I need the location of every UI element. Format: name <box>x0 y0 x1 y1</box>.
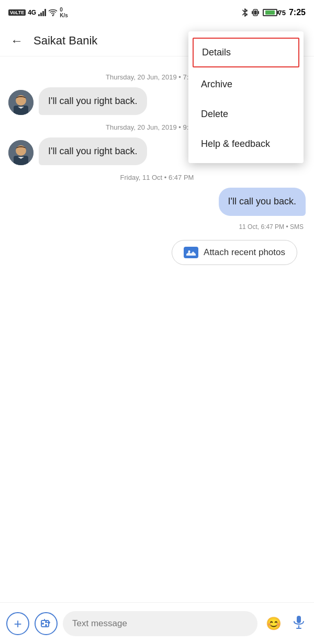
svg-point-0 <box>52 15 53 16</box>
avatar-image-1 <box>8 90 33 115</box>
attach-photos-icon <box>184 247 198 258</box>
menu-item-archive[interactable]: Archive <box>188 70 304 99</box>
avatar-image-2 <box>8 140 33 165</box>
attach-photos-label: Attach recent photos <box>204 247 285 258</box>
bubble-2: I'll call you right back. <box>39 137 147 165</box>
svg-point-14 <box>42 623 44 625</box>
mic-icon <box>293 615 305 629</box>
message-meta-3: 11 Oct, 6:47 PM • SMS <box>239 223 304 231</box>
status-bar: VoLTE 4G 0K/s <box>0 0 314 25</box>
back-button[interactable]: ← <box>8 31 25 50</box>
svg-rect-4 <box>258 11 259 14</box>
message-row-3: I'll call you back. 11 Oct, 6:47 PM • SM… <box>8 188 306 230</box>
svg-point-15 <box>45 621 47 623</box>
dropdown-menu: Details Archive Delete Help & feedback <box>188 31 304 163</box>
volte-badge: VoLTE <box>8 9 26 16</box>
svg-rect-3 <box>252 11 253 14</box>
emoji-button[interactable]: 😊 <box>263 613 285 634</box>
bluetooth-icon <box>242 8 248 17</box>
svg-rect-2 <box>254 10 256 15</box>
attach-button[interactable] <box>35 612 58 635</box>
text-input-wrap <box>63 611 257 636</box>
add-button[interactable]: + <box>6 612 29 635</box>
attach-photos-button[interactable]: Attach recent photos <box>172 240 297 265</box>
battery-percent: 75 <box>278 9 286 17</box>
time: 7:25 <box>289 8 306 17</box>
4g-indicator: 4G <box>28 9 36 16</box>
wifi-icon <box>48 9 58 16</box>
attach-photos-row: Attach recent photos <box>0 235 314 265</box>
menu-item-details[interactable]: Details <box>193 38 299 67</box>
date-separator-3: Friday, 11 Oct • 6:47 PM <box>0 174 314 181</box>
mic-button[interactable] <box>290 612 308 635</box>
share-icon <box>40 618 52 629</box>
avatar-2 <box>8 140 33 165</box>
svg-rect-17 <box>297 616 301 623</box>
network-speed: 0K/s <box>60 7 68 18</box>
avatar-1 <box>8 90 33 115</box>
signal-bars <box>38 9 46 16</box>
status-left: VoLTE 4G 0K/s <box>8 7 68 18</box>
text-message-input[interactable] <box>72 618 248 629</box>
bubble-1: I'll call you right back. <box>39 87 147 115</box>
svg-point-16 <box>45 624 47 626</box>
menu-item-delete[interactable]: Delete <box>188 99 304 129</box>
add-icon: + <box>14 617 21 630</box>
battery-container: 75 <box>263 9 286 17</box>
bubble-3: I'll call you back. <box>219 188 306 215</box>
vibrate-icon <box>251 8 260 17</box>
input-bar: + 😊 <box>0 602 314 644</box>
battery-icon <box>263 9 277 16</box>
status-right: 75 7:25 <box>242 8 306 17</box>
menu-item-help[interactable]: Help & feedback <box>188 129 304 159</box>
